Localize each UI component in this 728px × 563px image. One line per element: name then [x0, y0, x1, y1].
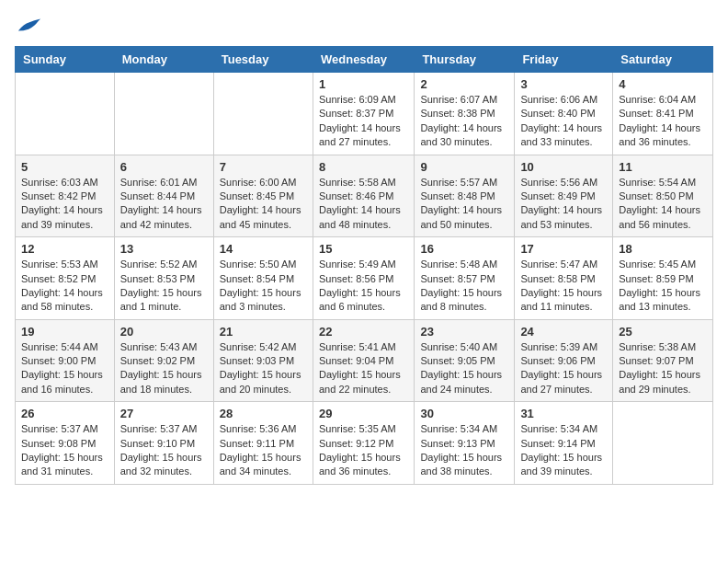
day-number: 11: [619, 160, 707, 174]
day-number: 7: [220, 160, 307, 174]
calendar-cell: 22Sunrise: 5:41 AM Sunset: 9:04 PM Dayli…: [313, 319, 414, 402]
calendar-cell: 11Sunrise: 5:54 AM Sunset: 8:50 PM Dayli…: [613, 155, 713, 237]
day-info: Sunrise: 6:01 AM Sunset: 8:44 PM Dayligh…: [120, 176, 208, 233]
day-number: 4: [619, 77, 707, 91]
calendar-table: SundayMondayTuesdayWednesdayThursdayFrid…: [15, 46, 713, 485]
calendar-cell: 14Sunrise: 5:50 AM Sunset: 8:54 PM Dayli…: [213, 237, 313, 320]
day-number: 1: [319, 77, 408, 91]
day-number: 24: [520, 325, 607, 339]
day-info: Sunrise: 5:37 AM Sunset: 9:10 PM Dayligh…: [120, 422, 208, 479]
day-info: Sunrise: 5:45 AM Sunset: 8:59 PM Dayligh…: [619, 258, 707, 315]
day-info: Sunrise: 6:04 AM Sunset: 8:41 PM Dayligh…: [619, 93, 707, 150]
calendar-cell: 12Sunrise: 5:53 AM Sunset: 8:52 PM Dayli…: [16, 237, 115, 320]
day-number: 26: [21, 407, 108, 420]
day-number: 18: [619, 242, 707, 256]
logo-bird-icon: [17, 15, 42, 35]
calendar-cell: 17Sunrise: 5:47 AM Sunset: 8:58 PM Dayli…: [515, 237, 613, 320]
calendar-week-row: 19Sunrise: 5:44 AM Sunset: 9:00 PM Dayli…: [16, 319, 713, 402]
day-info: Sunrise: 5:35 AM Sunset: 9:12 PM Dayligh…: [319, 422, 408, 479]
day-info: Sunrise: 5:44 AM Sunset: 9:00 PM Dayligh…: [21, 340, 108, 397]
calendar-cell: 15Sunrise: 5:49 AM Sunset: 8:56 PM Dayli…: [313, 237, 414, 320]
day-info: Sunrise: 5:34 AM Sunset: 9:14 PM Dayligh…: [520, 422, 607, 479]
day-number: 15: [319, 242, 408, 256]
calendar-cell: 3Sunrise: 6:06 AM Sunset: 8:40 PM Daylig…: [515, 73, 613, 155]
day-number: 21: [220, 325, 307, 339]
day-number: 13: [120, 242, 208, 256]
day-info: Sunrise: 6:07 AM Sunset: 8:38 PM Dayligh…: [420, 93, 508, 150]
day-number: 30: [420, 407, 508, 420]
calendar-header-monday: Monday: [114, 47, 213, 73]
calendar-cell: 28Sunrise: 5:36 AM Sunset: 9:11 PM Dayli…: [213, 402, 313, 485]
calendar-week-row: 5Sunrise: 6:03 AM Sunset: 8:42 PM Daylig…: [16, 155, 713, 237]
day-number: 5: [21, 160, 108, 174]
calendar-cell: 31Sunrise: 5:34 AM Sunset: 9:14 PM Dayli…: [515, 402, 613, 485]
day-info: Sunrise: 5:54 AM Sunset: 8:50 PM Dayligh…: [619, 176, 707, 233]
day-info: Sunrise: 5:37 AM Sunset: 9:08 PM Dayligh…: [21, 422, 108, 479]
day-number: 28: [220, 407, 307, 420]
day-info: Sunrise: 5:50 AM Sunset: 8:54 PM Dayligh…: [220, 258, 307, 315]
day-info: Sunrise: 5:34 AM Sunset: 9:13 PM Dayligh…: [420, 422, 508, 479]
day-number: 14: [220, 242, 307, 256]
day-number: 19: [21, 325, 108, 339]
calendar-week-row: 26Sunrise: 5:37 AM Sunset: 9:08 PM Dayli…: [16, 402, 713, 485]
day-info: Sunrise: 5:38 AM Sunset: 9:07 PM Dayligh…: [619, 340, 707, 397]
day-number: 6: [120, 160, 208, 174]
day-info: Sunrise: 5:49 AM Sunset: 8:56 PM Dayligh…: [319, 258, 408, 315]
calendar-cell: 27Sunrise: 5:37 AM Sunset: 9:10 PM Dayli…: [114, 402, 213, 485]
calendar-cell: 10Sunrise: 5:56 AM Sunset: 8:49 PM Dayli…: [515, 155, 613, 237]
calendar-cell: 6Sunrise: 6:01 AM Sunset: 8:44 PM Daylig…: [114, 155, 213, 237]
calendar-week-row: 1Sunrise: 6:09 AM Sunset: 8:37 PM Daylig…: [16, 73, 713, 155]
calendar-cell: 24Sunrise: 5:39 AM Sunset: 9:06 PM Dayli…: [515, 319, 613, 402]
calendar-cell: 18Sunrise: 5:45 AM Sunset: 8:59 PM Dayli…: [613, 237, 713, 320]
calendar-header-row: SundayMondayTuesdayWednesdayThursdayFrid…: [16, 47, 713, 73]
day-info: Sunrise: 5:41 AM Sunset: 9:04 PM Dayligh…: [319, 340, 408, 397]
day-info: Sunrise: 5:53 AM Sunset: 8:52 PM Dayligh…: [21, 258, 108, 315]
day-number: 29: [319, 407, 408, 420]
calendar-cell: 8Sunrise: 5:58 AM Sunset: 8:46 PM Daylig…: [313, 155, 414, 237]
calendar-cell: 21Sunrise: 5:42 AM Sunset: 9:03 PM Dayli…: [213, 319, 313, 402]
day-number: 3: [520, 77, 607, 91]
day-number: 16: [420, 242, 508, 256]
day-info: Sunrise: 5:39 AM Sunset: 9:06 PM Dayligh…: [520, 340, 607, 397]
day-info: Sunrise: 5:36 AM Sunset: 9:11 PM Dayligh…: [220, 422, 307, 479]
calendar-header-sunday: Sunday: [16, 47, 115, 73]
day-number: 27: [120, 407, 208, 420]
day-number: 2: [420, 77, 508, 91]
day-number: 10: [520, 160, 607, 174]
day-number: 12: [21, 242, 108, 256]
day-info: Sunrise: 5:42 AM Sunset: 9:03 PM Dayligh…: [220, 340, 307, 397]
calendar-cell: 26Sunrise: 5:37 AM Sunset: 9:08 PM Dayli…: [16, 402, 115, 485]
day-number: 17: [520, 242, 607, 256]
day-number: 25: [619, 325, 707, 339]
day-number: 22: [319, 325, 408, 339]
calendar-cell: 13Sunrise: 5:52 AM Sunset: 8:53 PM Dayli…: [114, 237, 213, 320]
calendar-week-row: 12Sunrise: 5:53 AM Sunset: 8:52 PM Dayli…: [16, 237, 713, 320]
calendar-cell: [213, 73, 313, 155]
calendar-cell: 2Sunrise: 6:07 AM Sunset: 8:38 PM Daylig…: [415, 73, 515, 155]
day-info: Sunrise: 6:00 AM Sunset: 8:45 PM Dayligh…: [220, 176, 307, 233]
calendar-cell: 20Sunrise: 5:43 AM Sunset: 9:02 PM Dayli…: [114, 319, 213, 402]
calendar-cell: 4Sunrise: 6:04 AM Sunset: 8:41 PM Daylig…: [613, 73, 713, 155]
calendar-cell: 16Sunrise: 5:48 AM Sunset: 8:57 PM Dayli…: [415, 237, 515, 320]
calendar-cell: 9Sunrise: 5:57 AM Sunset: 8:48 PM Daylig…: [415, 155, 515, 237]
day-info: Sunrise: 5:40 AM Sunset: 9:05 PM Dayligh…: [420, 340, 508, 397]
day-info: Sunrise: 5:43 AM Sunset: 9:02 PM Dayligh…: [120, 340, 208, 397]
day-number: 20: [120, 325, 208, 339]
calendar-cell: 25Sunrise: 5:38 AM Sunset: 9:07 PM Dayli…: [613, 319, 713, 402]
day-number: 8: [319, 160, 408, 174]
calendar-header-tuesday: Tuesday: [213, 47, 313, 73]
day-info: Sunrise: 6:03 AM Sunset: 8:42 PM Dayligh…: [21, 176, 108, 233]
calendar-cell: [16, 73, 115, 155]
day-info: Sunrise: 5:57 AM Sunset: 8:48 PM Dayligh…: [420, 176, 508, 233]
calendar-cell: 29Sunrise: 5:35 AM Sunset: 9:12 PM Dayli…: [313, 402, 414, 485]
calendar-cell: 30Sunrise: 5:34 AM Sunset: 9:13 PM Dayli…: [415, 402, 515, 485]
calendar-cell: 7Sunrise: 6:00 AM Sunset: 8:45 PM Daylig…: [213, 155, 313, 237]
day-number: 31: [520, 407, 607, 420]
calendar-cell: 19Sunrise: 5:44 AM Sunset: 9:00 PM Dayli…: [16, 319, 115, 402]
calendar-cell: 1Sunrise: 6:09 AM Sunset: 8:37 PM Daylig…: [313, 73, 414, 155]
page-header: [15, 15, 713, 35]
calendar-cell: [613, 402, 713, 485]
day-number: 23: [420, 325, 508, 339]
calendar-header-thursday: Thursday: [415, 47, 515, 73]
day-info: Sunrise: 5:52 AM Sunset: 8:53 PM Dayligh…: [120, 258, 208, 315]
